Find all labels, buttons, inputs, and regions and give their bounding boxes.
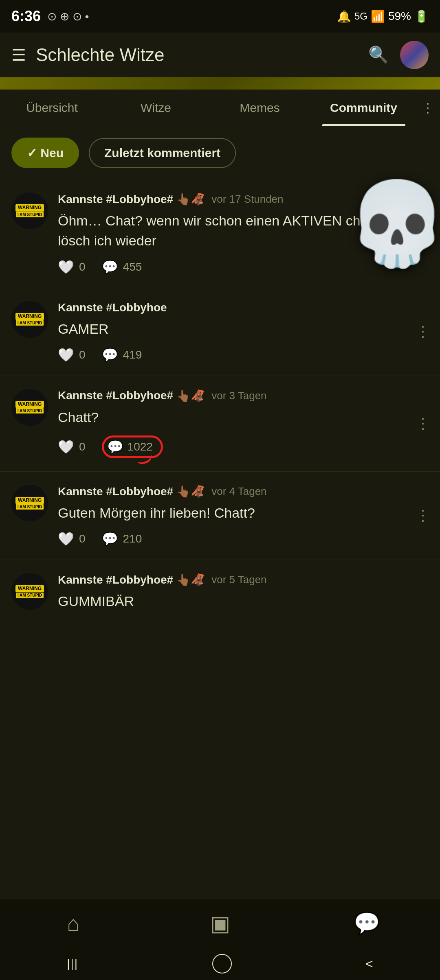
post-more-button[interactable]: ⋮ [416,225,430,242]
warning-label: WARNING [15,313,44,320]
post-item: WARNING I AM STUPID Kannste #Lobbyhoe GA… [0,288,440,376]
post-author: Kannste #Lobbyhoe# [58,389,173,402]
post-author-emojis: 👆🏾🦧 [176,485,205,498]
likes-group: 🤍 0 [58,347,86,363]
post-content: Kannste #Lobbyhoe# 👆🏾🦧 vor 3 Tagen Chatt… [58,389,429,458]
comments-count: 210 [123,532,142,545]
post-content: Kannste #Lobbyhoe# 👆🏾🦧 vor 17 Stunden Öh… [58,192,429,275]
likes-group: 🤍 0 [58,259,86,275]
filter-zuletzt-button[interactable]: Zuletzt kommentiert [89,138,236,168]
post-actions: 🤍 0 💬 210 [58,531,429,547]
post-header: Kannste #Lobbyhoe# 👆🏾🦧 vor 4 Tagen [58,485,429,498]
status-left: 6:36 ⊙ ⊕ ⊙ • [11,8,89,25]
app-bar: ☰ Schlechte Witze 🔍 [0,33,440,77]
comments-count: 455 [123,260,142,273]
post-item: WARNING I AM STUPID Kannste #Lobbyhoe# 👆… [0,179,440,288]
menu-icon: ☰ [11,46,26,64]
post-body: Öhm… Chat? wenn wir schon einen AKTIVEN … [58,211,429,251]
heart-icon: 🤍 [58,347,74,363]
app-title: Schlechte Witze [36,45,359,65]
recents-button[interactable]: ||| [67,957,78,970]
post-author: Kannste #Lobbyhoe [58,301,167,314]
back-button[interactable]: < [365,956,373,971]
post-header: Kannste #Lobbyhoe# 👆🏾🦧 vor 3 Tagen [58,389,429,402]
post-header: Kannste #Lobbyhoe# 👆🏾🦧 vor 5 Tagen [58,573,429,586]
filter-neu-button[interactable]: ✓ Neu [11,138,79,168]
comments-group: 💬 455 [102,259,142,275]
warning-badge: WARNING I AM STUPID [11,389,48,426]
wifi-icon: 📶 [371,10,385,23]
post-more-button[interactable]: ⋮ [416,323,430,340]
home-icon: ⌂ [67,911,79,936]
warning-label: WARNING [15,401,44,408]
warning-badge: WARNING I AM STUPID [11,301,48,338]
comments-count: 1022 [128,440,153,453]
user-avatar[interactable] [400,41,429,69]
post-avatar: WARNING I AM STUPID [11,192,48,229]
post-author-emojis: 👆🏾🦧 [176,389,205,402]
tab-memes[interactable]: Memes [208,90,312,126]
post-author: Kannste #Lobbyhoe# [58,573,173,586]
tab-witze[interactable]: Witze [104,90,208,126]
post-content: Kannste #Lobbyhoe# 👆🏾🦧 vor 4 Tagen Guten… [58,485,429,547]
post-body: GUMMIBÄR [58,591,429,611]
post-content: Kannste #Lobbyhoe GAMER 🤍 0 💬 419 [58,301,429,363]
post-actions: 🤍 0 💬 1022 [58,435,429,458]
warning-sublabel: I AM STUPID [16,320,44,326]
post-body: Chatt? [58,407,429,427]
signal-icon: 5G [354,11,367,22]
app-bar-actions: 🔍 [368,41,429,69]
home-button[interactable] [212,954,232,973]
menu-button[interactable]: ☰ [11,46,26,64]
likes-count: 0 [79,348,86,361]
post-content: Kannste #Lobbyhoe# 👆🏾🦧 vor 5 Tagen GUMMI… [58,573,429,619]
comment-count-highlighted: 💬 1022 [102,435,163,458]
likes-count: 0 [79,260,86,273]
filter-row: ✓ Neu Zuletzt kommentiert [0,126,440,179]
comment-icon: 💬 [102,347,118,363]
warning-sublabel: I AM STUPID [16,504,44,510]
tab-bar: Übersicht Witze Memes Community ⋮ [0,90,440,126]
filter-zuletzt-label: Zuletzt kommentiert [104,146,220,160]
post-time: vor 5 Tagen [211,573,266,586]
tab-community[interactable]: Community [312,90,416,126]
search-icon: 🔍 [368,45,389,64]
warning-badge: WARNING I AM STUPID [11,192,48,229]
post-author-emojis: 👆🏾🦧 [176,573,205,586]
tab-more-button[interactable]: ⋮ [416,100,440,116]
gallery-nav-button[interactable]: ▣ [200,903,240,944]
post-more-button[interactable]: ⋮ [416,415,430,432]
battery-level: 59% [388,10,411,23]
heart-icon: 🤍 [58,439,74,455]
likes-group: 🤍 0 [58,531,86,547]
post-body: GAMER [58,319,429,339]
post-header: Kannste #Lobbyhoe# 👆🏾🦧 vor 17 Stunden [58,192,429,206]
home-nav-button[interactable]: ⌂ [53,903,94,944]
post-body: Guten Mörgen ihr lieben! Chatt? [58,503,429,523]
comments-group: 💬 419 [102,347,142,363]
post-item: WARNING I AM STUPID Kannste #Lobbyhoe# 👆… [0,472,440,560]
warning-sublabel: I AM STUPID [16,593,44,598]
battery-icon: 🔋 [414,10,429,23]
search-button[interactable]: 🔍 [368,45,389,64]
post-author-emojis: 👆🏾🦧 [176,192,205,206]
post-time: vor 3 Tagen [211,389,266,402]
comment-icon: 💬 [107,439,123,455]
comments-count: 419 [123,348,142,361]
tab-uebersicht[interactable]: Übersicht [0,90,104,126]
post-more-button[interactable]: ⋮ [416,507,430,524]
warning-label: WARNING [15,204,44,211]
chat-icon: 💬 [354,911,380,936]
status-time: 6:36 [11,8,41,25]
filter-neu-label: ✓ Neu [27,146,64,160]
post-avatar: WARNING I AM STUPID [11,573,48,610]
post-avatar: WARNING I AM STUPID [11,389,48,426]
chat-nav-button[interactable]: 💬 [346,903,387,944]
post-author: Kannste #Lobbyhoe# [58,193,173,206]
post-actions: 🤍 0 💬 455 [58,259,429,275]
post-header: Kannste #Lobbyhoe [58,301,429,314]
post-author: Kannste #Lobbyhoe# [58,485,173,498]
notification-icon: 🔔 [337,10,351,23]
comments-group: 💬 210 [102,531,142,547]
post-actions: 🤍 0 💬 419 [58,347,429,363]
